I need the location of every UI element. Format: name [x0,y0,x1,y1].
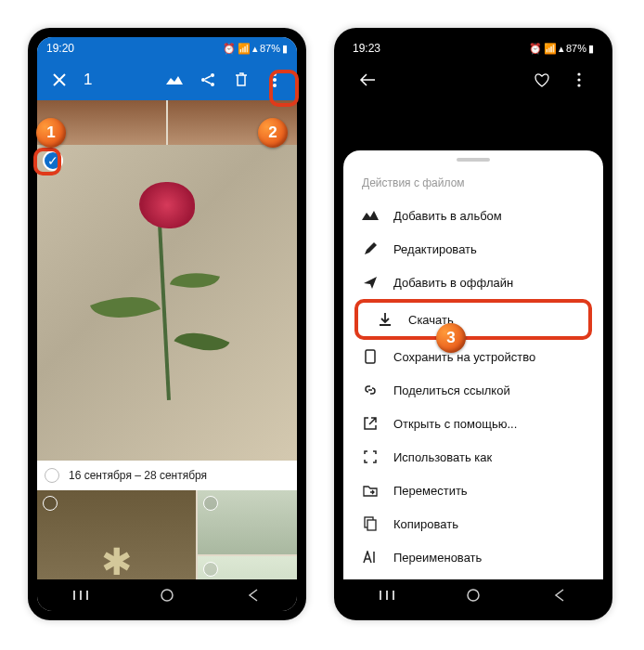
status-bar: 19:20 ⏰ 📶 ▴ 87% ▮ [37,37,297,59]
status-right: ⏰ 📶 ▴ 87% ▮ [529,43,594,55]
expand-icon [362,448,379,465]
menu-label: Использовать как [393,450,492,464]
menu-copy[interactable]: Копировать [343,507,603,540]
svg-rect-10 [366,350,375,363]
battery-text: 87% [566,43,586,54]
svg-rect-12 [367,520,376,530]
svg-point-9 [577,84,580,86]
back-button[interactable] [244,586,263,604]
airplane-icon [362,274,379,291]
svg-point-5 [273,84,277,87]
selection-check-icon[interactable]: ✓ [43,150,63,171]
status-time: 19:23 [353,42,380,55]
thumbnail[interactable]: ✱ [37,490,196,579]
rename-icon [362,549,379,566]
phone-icon [362,348,379,365]
battery-icon: ▮ [282,43,288,55]
status-right: ⏰ 📶 ▴ 87% ▮ [223,43,288,55]
recent-apps-button[interactable] [378,586,396,604]
recent-apps-button[interactable] [71,586,90,604]
svg-point-8 [577,78,580,81]
spider-image: ✱ [101,540,133,579]
menu-share-link[interactable]: Поделиться ссылкой [343,373,603,407]
alarm-icon: ⏰ [529,43,542,55]
link-icon [362,382,379,398]
menu-add-to-album[interactable]: Добавить в альбом [343,199,603,232]
menu-label: Поделиться ссылкой [393,384,510,397]
svg-point-0 [211,73,214,77]
battery-text: 87% [260,43,280,54]
menu-label: Переместить [393,484,468,498]
copy-icon [362,515,379,532]
more-button[interactable] [260,65,290,95]
status-time: 19:20 [46,42,74,55]
back-button[interactable] [550,586,569,604]
delete-button[interactable] [226,65,256,95]
svg-point-6 [161,590,173,601]
svg-point-3 [273,72,277,76]
screen-right: 19:23 ⏰ 📶 ▴ 87% ▮ Действия с фа [343,37,603,611]
section-checkbox[interactable] [45,468,59,483]
home-button[interactable] [464,586,483,604]
svg-point-7 [577,72,580,75]
date-range-label: 16 сентября – 28 сентября [69,469,207,482]
home-button[interactable] [158,586,176,604]
callout-badge-2: 2 [258,118,288,148]
image-icon[interactable] [160,65,189,95]
menu-open-with[interactable]: Открыть с помощью... [343,407,603,440]
thumb-checkbox[interactable] [43,496,58,511]
thumb-checkbox[interactable] [203,496,218,511]
wifi-icon: 📶 [544,43,557,55]
folder-move-icon [362,482,379,499]
svg-point-13 [468,590,479,601]
download-icon [377,311,393,328]
callout-badge-1: 1 [36,118,66,148]
android-navbar [37,579,297,611]
callout-badge-3: 3 [436,323,466,353]
menu-label: Открыть с помощью... [393,417,517,431]
svg-point-2 [211,83,214,86]
back-arrow-button[interactable] [353,65,382,95]
status-bar: 19:23 ⏰ 📶 ▴ 87% ▮ [343,37,603,59]
signal-icon: ▴ [559,43,564,55]
sheet-title: Действия с файлом [343,171,603,199]
menu-label: Копировать [393,517,458,531]
menu-move[interactable]: Переместить [343,474,603,507]
phone-right: 19:23 ⏰ 📶 ▴ 87% ▮ Действия с фа [334,28,612,620]
selection-toolbar: 1 [37,59,297,100]
gallery-body: ✓ 16 сентября – 28 сентября ✱ [37,100,297,579]
menu-add-offline[interactable]: Добавить в оффлайн [343,266,603,299]
share-button[interactable] [193,65,223,95]
favorite-button[interactable] [527,65,557,95]
menu-rename[interactable]: Переименовать [343,540,603,574]
mountain-icon [362,207,379,224]
drag-handle[interactable] [457,158,490,162]
thumb-checkbox[interactable] [203,562,218,577]
svg-point-1 [201,78,205,82]
android-navbar [343,579,603,611]
signal-icon: ▴ [252,43,258,55]
more-button[interactable] [564,65,594,95]
menu-download[interactable]: Скачать [354,299,592,340]
date-section-header[interactable]: 16 сентября – 28 сентября [37,461,297,490]
viewer-toolbar [343,59,603,100]
menu-label: Добавить в оффлайн [393,276,513,290]
screen-left: 19:20 ⏰ 📶 ▴ 87% ▮ 1 [37,37,297,611]
thumbnail[interactable] [198,490,297,554]
thumbnail[interactable] [198,556,297,579]
menu-label: Сохранить на устройство [393,350,535,364]
battery-icon: ▮ [588,43,594,55]
menu-label: Редактировать [393,242,477,256]
wifi-icon: 📶 [238,43,251,55]
menu-label: Переименовать [393,551,482,565]
pencil-icon [362,240,379,257]
action-sheet: Действия с файлом Добавить в альбом Реда… [343,150,603,579]
menu-edit[interactable]: Редактировать [343,232,603,266]
menu-label: Добавить в альбом [393,209,502,223]
alarm-icon: ⏰ [223,43,236,55]
close-button[interactable] [45,65,74,95]
menu-save-device[interactable]: Сохранить на устройство [343,340,603,373]
external-icon [362,415,379,432]
menu-use-as[interactable]: Использовать как [343,440,603,474]
photo-selected[interactable]: ✓ [37,145,297,461]
